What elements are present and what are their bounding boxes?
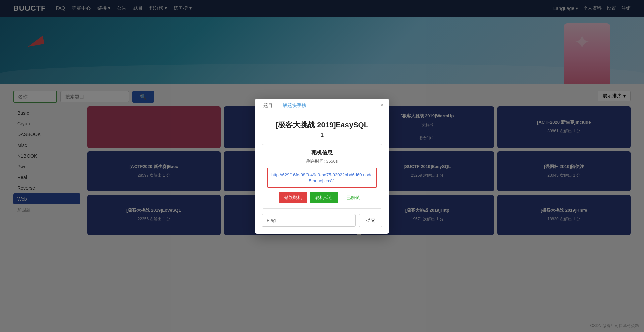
extend-button[interactable]: 靶机延期 xyxy=(310,192,338,203)
tab-leaderboard[interactable]: 解题快手榜 xyxy=(281,99,308,113)
target-info-title: 靶机信息 xyxy=(267,149,377,156)
target-url-link[interactable]: http://629f16fc-98f3-49e9-bd75-93022bbd6… xyxy=(271,172,373,183)
close-button[interactable]: × xyxy=(380,102,384,108)
modal-dialog: 题目 解题快手榜 × [极客大挑战 2019]EasySQL 1 靶机信息 剩余… xyxy=(255,99,389,234)
modal-title: [极客大挑战 2019]EasySQL xyxy=(262,120,382,130)
flag-area: 提交 xyxy=(262,214,382,227)
tab-problem[interactable]: 题目 xyxy=(262,99,274,113)
modal-overlay[interactable]: 题目 解题快手榜 × [极客大挑战 2019]EasySQL 1 靶机信息 剩余… xyxy=(0,0,644,242)
modal-body: [极客大挑战 2019]EasySQL 1 靶机信息 剩余时间: 3556s h… xyxy=(255,113,389,234)
flag-submit-button[interactable]: 提交 xyxy=(359,214,382,227)
target-info-box: 靶机信息 剩余时间: 3556s http://629f16fc-98f3-49… xyxy=(262,144,382,209)
modal-tabs: 题目 解题快手榜 × xyxy=(255,99,389,113)
solved-button[interactable]: 已解锁 xyxy=(341,192,365,203)
modal-score: 1 xyxy=(262,132,382,139)
target-buttons: 销毁靶机 靶机延期 已解锁 xyxy=(267,192,377,203)
target-url-box: http://629f16fc-98f3-49e9-bd75-93022bbd6… xyxy=(267,168,377,188)
target-time-label: 剩余时间: 3556s xyxy=(267,158,377,164)
flag-input[interactable] xyxy=(262,214,356,227)
destroy-button[interactable]: 销毁靶机 xyxy=(279,192,307,203)
